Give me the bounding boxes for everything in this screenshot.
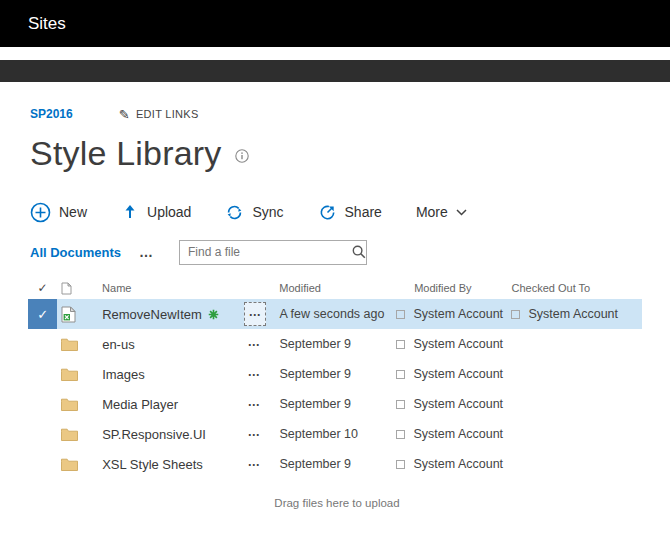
table-row[interactable]: SP.Responsive.UI…September 10System Acco… bbox=[28, 419, 642, 449]
folder-icon bbox=[61, 368, 78, 381]
modified-by-cell: System Account bbox=[396, 299, 511, 329]
folder-icon-cell bbox=[57, 389, 102, 419]
upload-button[interactable]: Upload bbox=[121, 203, 191, 221]
edit-links-button[interactable]: ✎ EDIT LINKS bbox=[119, 108, 199, 121]
presence-indicator bbox=[396, 430, 405, 439]
edit-links-label: EDIT LINKS bbox=[136, 108, 199, 120]
more-button[interactable]: More bbox=[416, 204, 467, 220]
item-name-link[interactable]: Images bbox=[102, 359, 244, 389]
item-name-link[interactable]: XSL Style Sheets bbox=[102, 449, 244, 479]
upload-icon bbox=[121, 203, 139, 221]
modified-cell: September 9 bbox=[280, 449, 397, 479]
modified-by-cell: System Account bbox=[396, 419, 511, 449]
modified-cell: September 9 bbox=[280, 359, 397, 389]
item-menu-button[interactable]: … bbox=[244, 419, 279, 449]
modified-by-cell: System Account bbox=[396, 359, 511, 389]
share-button[interactable]: Share bbox=[318, 203, 382, 222]
table-row[interactable]: en-us…September 9System Account bbox=[28, 329, 642, 359]
menu-header bbox=[244, 277, 279, 299]
row-select-cell[interactable] bbox=[28, 359, 57, 389]
item-name-link[interactable]: RemoveNewItem bbox=[102, 299, 244, 329]
item-name-link[interactable]: SP.Responsive.UI bbox=[102, 419, 244, 449]
checked-out-cell bbox=[511, 329, 642, 359]
modified-cell: September 9 bbox=[280, 329, 397, 359]
row-select-cell[interactable] bbox=[28, 329, 57, 359]
plus-circle-icon bbox=[30, 202, 51, 223]
modified-by-header[interactable]: Modified By bbox=[396, 277, 511, 299]
search-input[interactable] bbox=[180, 245, 351, 259]
row-select-cell[interactable] bbox=[28, 389, 57, 419]
view-menu-ellipsis[interactable]: … bbox=[139, 247, 155, 257]
site-link[interactable]: SP2016 bbox=[30, 107, 73, 121]
documents-table: ✓ Name Modified Modified By Checked Out … bbox=[28, 277, 642, 479]
file-type-header[interactable] bbox=[57, 277, 102, 299]
folder-icon bbox=[61, 338, 78, 351]
share-label: Share bbox=[345, 204, 382, 220]
search-box bbox=[179, 240, 367, 265]
page-content: SP2016 ✎ EDIT LINKS Style Library New Up… bbox=[0, 106, 670, 509]
selected-check-icon: ✓ bbox=[37, 307, 48, 322]
folder-icon-cell bbox=[57, 419, 102, 449]
row-select-cell[interactable] bbox=[28, 419, 57, 449]
select-all-header[interactable]: ✓ bbox=[28, 277, 57, 299]
item-menu-button[interactable]: … bbox=[244, 449, 279, 479]
title-row: Style Library bbox=[30, 130, 670, 176]
row-select-cell[interactable] bbox=[28, 449, 57, 479]
ribbon-bar bbox=[0, 60, 670, 82]
folder-icon bbox=[61, 458, 78, 471]
modified-cell: A few seconds ago bbox=[280, 299, 397, 329]
checked-out-cell bbox=[511, 419, 642, 449]
table-row[interactable]: Images…September 9System Account bbox=[28, 359, 642, 389]
more-label: More bbox=[416, 204, 448, 220]
modified-cell: September 9 bbox=[280, 389, 397, 419]
drag-files-hint: Drag files here to upload bbox=[30, 497, 644, 509]
item-menu-button[interactable]: … bbox=[244, 299, 279, 329]
item-menu-button[interactable]: … bbox=[244, 359, 279, 389]
modified-cell: September 10 bbox=[280, 419, 397, 449]
item-menu-button[interactable]: … bbox=[244, 329, 279, 359]
sync-icon bbox=[225, 203, 244, 222]
table-row[interactable]: XSL Style Sheets…September 9System Accou… bbox=[28, 449, 642, 479]
checked-out-to-header[interactable]: Checked Out To bbox=[512, 277, 642, 299]
table-header-row: ✓ Name Modified Modified By Checked Out … bbox=[28, 277, 642, 299]
presence-indicator bbox=[396, 460, 405, 469]
folder-icon-cell bbox=[57, 329, 102, 359]
new-button[interactable]: New bbox=[30, 202, 87, 223]
presence-indicator bbox=[511, 310, 520, 319]
pencil-icon: ✎ bbox=[119, 108, 130, 121]
new-label: New bbox=[59, 204, 87, 220]
upload-label: Upload bbox=[147, 204, 191, 220]
search-button[interactable] bbox=[351, 241, 366, 264]
folder-icon-cell bbox=[57, 359, 102, 389]
file-icon-cell bbox=[57, 299, 102, 329]
checked-out-cell bbox=[511, 449, 642, 479]
modified-header[interactable]: Modified bbox=[279, 277, 396, 299]
modified-by-cell: System Account bbox=[396, 329, 511, 359]
modified-by-cell: System Account bbox=[396, 389, 511, 419]
suite-bar: Sites bbox=[0, 0, 670, 47]
presence-indicator bbox=[396, 340, 405, 349]
view-all-documents[interactable]: All Documents bbox=[30, 245, 121, 260]
suite-bar-gap bbox=[0, 47, 670, 60]
item-name-link[interactable]: en-us bbox=[102, 329, 244, 359]
item-menu-button[interactable]: … bbox=[244, 389, 279, 419]
document-icon bbox=[61, 282, 72, 295]
name-header[interactable]: Name bbox=[102, 277, 244, 299]
search-icon bbox=[352, 245, 366, 259]
checked-out-cell: System Account bbox=[511, 299, 642, 329]
table-row[interactable]: ✓RemoveNewItem…A few seconds agoSystem A… bbox=[28, 299, 642, 329]
share-icon bbox=[318, 203, 337, 222]
folder-icon bbox=[61, 428, 78, 441]
sync-button[interactable]: Sync bbox=[225, 203, 283, 222]
row-select-cell[interactable]: ✓ bbox=[28, 299, 57, 329]
info-icon[interactable] bbox=[235, 149, 249, 167]
modified-by-cell: System Account bbox=[396, 449, 511, 479]
checked-out-cell bbox=[511, 389, 642, 419]
page-title: Style Library bbox=[30, 134, 222, 173]
presence-indicator bbox=[396, 370, 405, 379]
command-toolbar: New Upload Sync Share More bbox=[30, 198, 670, 226]
presence-indicator bbox=[396, 400, 405, 409]
item-name-link[interactable]: Media Player bbox=[102, 389, 244, 419]
view-bar: All Documents … bbox=[30, 239, 670, 265]
table-row[interactable]: Media Player…September 9System Account bbox=[28, 389, 642, 419]
